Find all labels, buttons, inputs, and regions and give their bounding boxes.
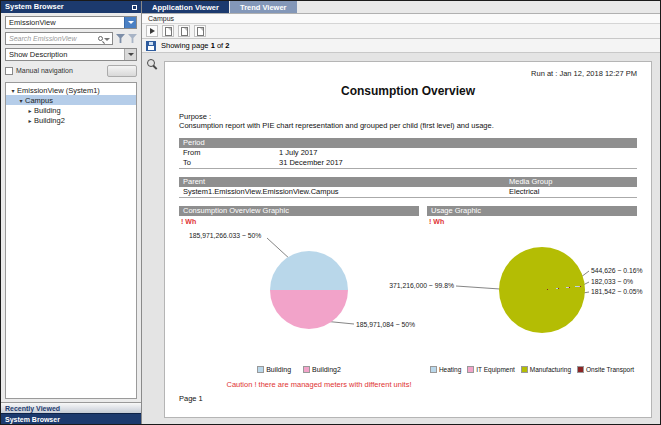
legend-label: Heating <box>439 366 461 373</box>
slice-label-manufacturing: 371,216,000 ~ 99.8% <box>369 282 454 289</box>
legend-swatch-it-equipment <box>467 366 474 373</box>
report-region: Run at : Jan 12, 2018 12:27 PM Consumpti… <box>142 53 660 424</box>
navigation-button[interactable] <box>107 65 137 77</box>
legend-item: Heating <box>430 366 461 373</box>
system-browser-sidebar: System Browser EmissionView Show Descrip… <box>1 1 142 424</box>
legend-swatch-manufacturing <box>521 366 528 373</box>
slice-label-onsite-transport: 181,542 ~ 0.05% <box>591 288 643 295</box>
usage-legend: Heating IT Equipment Manufacturing <box>427 366 637 373</box>
legends: Building Building2 Heating <box>179 366 637 373</box>
system-browser-header[interactable]: System Browser <box>1 1 141 13</box>
run-report-button[interactable] <box>146 25 158 37</box>
play-icon <box>150 28 155 34</box>
manual-navigation-checkbox[interactable] <box>5 67 13 75</box>
application-window: System Browser EmissionView Show Descrip… <box>0 0 661 425</box>
tab-trend-viewer[interactable]: Trend Viewer <box>230 1 297 13</box>
legend-item: Onsite Transport <box>577 366 634 373</box>
report-statusbar: Showing page 1 of 2 <box>142 39 660 53</box>
print-icon <box>165 27 172 36</box>
show-description-value: Show Description <box>9 50 67 59</box>
system-dropdown[interactable]: EmissionView <box>5 16 137 29</box>
tree-item-building[interactable]: Building <box>6 105 136 115</box>
from-value: 1 July 2017 <box>279 148 317 158</box>
show-description-dropdown[interactable]: Show Description <box>5 48 137 61</box>
breadcrumb[interactable]: Campus <box>148 15 174 22</box>
expand-icon[interactable] <box>9 87 17 94</box>
legend-item: Manufacturing <box>521 366 571 373</box>
filter-icon[interactable] <box>116 34 125 43</box>
to-value: 31 December 2017 <box>279 158 343 168</box>
system-browser-panel-button[interactable]: System Browser <box>1 413 141 424</box>
consumption-pie-chart[interactable] <box>270 251 348 329</box>
save-icon[interactable] <box>146 41 156 51</box>
legend-item: Building2 <box>303 366 341 373</box>
recently-viewed-panel-button[interactable]: Recently Viewed <box>1 402 141 413</box>
legend-label: IT Equipment <box>476 366 515 373</box>
slice-label-building: 185,971,266.033 ~ 50% <box>189 232 261 239</box>
slice-label-building2: 185,971,084 ~ 50% <box>356 321 415 328</box>
charts-area: ! Wh ! Wh 185,971,266.033 ~ 50% 185,971,… <box>179 216 637 362</box>
table-row: System1.EmissionView.EmissionView.Campus… <box>179 187 637 197</box>
search-box <box>5 32 113 45</box>
legend-swatch-onsite-transport <box>577 366 584 373</box>
paging-prefix: Showing page <box>161 41 209 50</box>
to-label: To <box>179 158 279 168</box>
recently-viewed-label: Recently Viewed <box>5 405 60 412</box>
table-row: To 31 December 2017 <box>179 158 637 168</box>
legend-item: Building <box>257 366 291 373</box>
chart-headers: Consumption Overview Graphic Usage Graph… <box>179 206 637 216</box>
export-button[interactable] <box>178 25 190 37</box>
system-browser-title: System Browser <box>5 1 64 13</box>
page-footer: Page 1 <box>179 394 637 403</box>
report-page: Run at : Jan 12, 2018 12:27 PM Consumpti… <box>164 61 652 418</box>
tree-item-emissionview[interactable]: EmissionView (System1) <box>6 85 136 95</box>
expand-icon[interactable] <box>17 97 25 104</box>
system-browser-label: System Browser <box>5 416 60 423</box>
legend-item: IT Equipment <box>467 366 515 373</box>
search-input[interactable] <box>6 34 96 44</box>
period-section-header: Period <box>179 138 637 148</box>
run-at-timestamp: Run at : Jan 12, 2018 12:27 PM <box>531 69 637 78</box>
legend-label: Building <box>266 366 291 373</box>
report-title: Consumption Overview <box>179 84 637 98</box>
from-label: From <box>179 148 279 158</box>
collapse-icon[interactable] <box>26 117 34 124</box>
period-table: From 1 July 2017 To 31 December 2017 <box>179 148 637 169</box>
legend-swatch-building2 <box>303 366 310 373</box>
manual-navigation-row: Manual navigation <box>5 64 137 77</box>
usage-pie-chart[interactable] <box>499 247 585 333</box>
media-group-header: Media Group <box>509 177 637 187</box>
tree-item-label: Building2 <box>34 116 65 125</box>
media-group-value: Electrical <box>509 187 637 197</box>
chevron-down-icon[interactable] <box>124 49 136 60</box>
search-row <box>5 32 137 45</box>
paging-of: of <box>217 41 223 50</box>
pin-icon[interactable] <box>132 5 137 10</box>
system-tree: EmissionView (System1) Campus Building B… <box>5 82 137 399</box>
system-dropdown-value: EmissionView <box>9 18 56 27</box>
unit-warning-right: ! Wh <box>429 218 444 225</box>
chevron-down-icon[interactable] <box>124 17 136 28</box>
tree-item-campus[interactable]: Campus <box>6 95 136 105</box>
viewer-tabbar: Application Viewer Trend Viewer <box>142 1 660 14</box>
search-icon[interactable] <box>98 36 103 41</box>
main-viewer: Application Viewer Trend Viewer Campus S… <box>142 1 660 424</box>
clear-filter-icon[interactable] <box>128 34 137 43</box>
purpose-text: Consumption report with PIE chart repres… <box>179 121 637 130</box>
tree-item-building2[interactable]: Building2 <box>6 115 136 125</box>
print-button[interactable] <box>162 25 174 37</box>
tab-application-viewer[interactable]: Application Viewer <box>142 1 229 13</box>
caution-message: Caution ! there are managed meters with … <box>199 380 439 389</box>
page-setup-icon <box>197 27 204 36</box>
legend-swatch-building <box>257 366 264 373</box>
tree-item-label: EmissionView (System1) <box>17 86 100 95</box>
search-options-chevron-icon[interactable] <box>104 38 110 41</box>
parent-header: Parent <box>179 177 509 187</box>
sidebar-controls: EmissionView Show Description Manual nav… <box>1 13 141 80</box>
report-toolbar <box>142 24 660 39</box>
collapse-icon[interactable] <box>26 107 34 114</box>
legend-swatch-heating <box>430 366 437 373</box>
zoom-icon[interactable] <box>146 58 158 70</box>
manual-navigation-label: Manual navigation <box>16 67 73 74</box>
page-setup-button[interactable] <box>194 25 206 37</box>
